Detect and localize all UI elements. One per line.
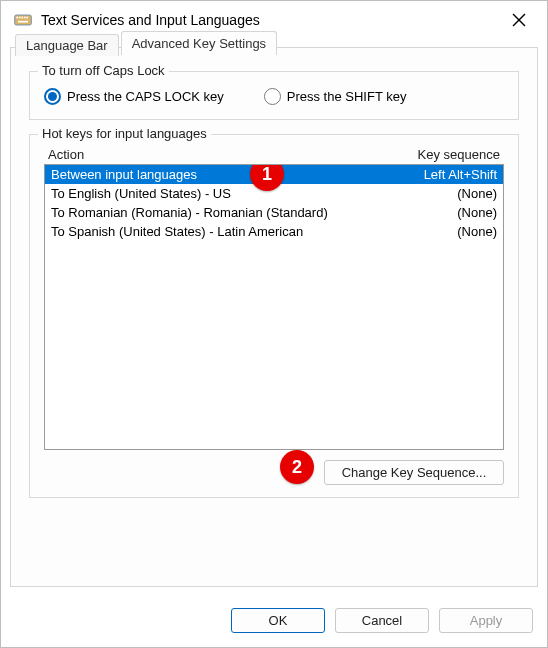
- list-action: To Spanish (United States) - Latin Ameri…: [51, 224, 457, 239]
- window-title: Text Services and Input Languages: [41, 12, 503, 28]
- tab-content: To turn off Caps Lock Press the CAPS LOC…: [11, 55, 537, 524]
- apply-button[interactable]: Apply: [439, 608, 533, 633]
- tab-advanced-key-settings[interactable]: Advanced Key Settings: [121, 31, 277, 55]
- hotkeys-group: Hot keys for input languages Action Key …: [29, 134, 519, 498]
- close-icon: [512, 13, 526, 27]
- list-keyseq: (None): [457, 186, 497, 201]
- tab-strip: Language Bar Advanced Key Settings: [15, 27, 537, 55]
- list-action: Between input languages: [51, 167, 424, 182]
- annotation-marker-2: 2: [280, 450, 314, 484]
- dialog-buttons: OK Cancel Apply: [231, 608, 533, 633]
- hotkeys-legend: Hot keys for input languages: [38, 126, 211, 141]
- svg-rect-6: [18, 21, 28, 23]
- header-action: Action: [48, 147, 418, 162]
- radio-label: Press the SHIFT key: [287, 89, 407, 104]
- ok-button[interactable]: OK: [231, 608, 325, 633]
- change-key-row: 2 Change Key Sequence...: [44, 460, 504, 485]
- capslock-legend: To turn off Caps Lock: [38, 63, 169, 78]
- header-key-sequence: Key sequence: [418, 147, 500, 162]
- capslock-group: To turn off Caps Lock Press the CAPS LOC…: [29, 71, 519, 120]
- svg-rect-2: [19, 17, 21, 19]
- list-keyseq: (None): [457, 224, 497, 239]
- radio-label: Press the CAPS LOCK key: [67, 89, 224, 104]
- list-item[interactable]: To Spanish (United States) - Latin Ameri…: [45, 222, 503, 241]
- list-headers: Action Key sequence: [44, 147, 504, 164]
- svg-rect-4: [24, 17, 26, 19]
- radio-icon: [44, 88, 61, 105]
- change-key-sequence-button[interactable]: Change Key Sequence...: [324, 460, 504, 485]
- list-action: To Romanian (Romania) - Romanian (Standa…: [51, 205, 457, 220]
- radio-shift-key[interactable]: Press the SHIFT key: [264, 88, 407, 105]
- svg-rect-5: [26, 17, 28, 19]
- list-action: To English (United States) - US: [51, 186, 457, 201]
- list-keyseq: Left Alt+Shift: [424, 167, 497, 182]
- capslock-radios: Press the CAPS LOCK key Press the SHIFT …: [44, 88, 504, 105]
- svg-rect-0: [15, 15, 32, 25]
- tab-language-bar[interactable]: Language Bar: [15, 34, 119, 56]
- hotkeys-listbox[interactable]: Between input languages Left Alt+Shift T…: [44, 164, 504, 450]
- svg-rect-3: [21, 17, 23, 19]
- list-item[interactable]: To Romanian (Romania) - Romanian (Standa…: [45, 203, 503, 222]
- svg-rect-1: [16, 17, 18, 19]
- cancel-button[interactable]: Cancel: [335, 608, 429, 633]
- list-keyseq: (None): [457, 205, 497, 220]
- radio-icon: [264, 88, 281, 105]
- radio-caps-lock-key[interactable]: Press the CAPS LOCK key: [44, 88, 224, 105]
- tab-sheet: Language Bar Advanced Key Settings To tu…: [10, 47, 538, 587]
- dialog-window: Text Services and Input Languages Langua…: [0, 0, 548, 648]
